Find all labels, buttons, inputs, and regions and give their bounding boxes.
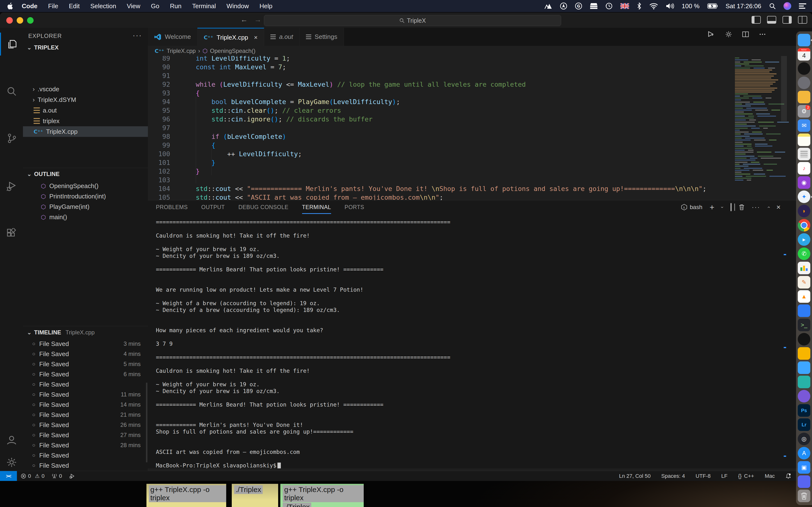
dock-forklift[interactable] [798,91,810,103]
siri-icon[interactable] [783,2,791,10]
dock-safari[interactable]: ✦ [798,190,810,203]
apple-menu-icon[interactable] [7,2,13,10]
dock-purple-app[interactable] [798,390,810,402]
activity-run-debug[interactable] [0,175,23,198]
tab-triplex-cpp[interactable]: C⁺⁺TripleX.cpp× [197,28,264,47]
nordvpn-mountain-icon[interactable] [544,3,552,9]
dock-notes[interactable] [798,133,810,146]
dock-music[interactable]: ♪ [798,162,810,175]
window-title-bar[interactable]: ← → TripleX [0,12,812,28]
activity-search[interactable] [0,80,23,103]
panel-tab-ports[interactable]: PORTS [345,204,364,211]
tab-settings[interactable]: Settings [300,28,344,46]
zoom-window-button[interactable] [27,17,34,24]
menu-item-selection[interactable]: Selection [90,2,116,10]
timeline-scrollbar[interactable] [146,383,147,462]
split-editor-icon[interactable] [742,31,749,38]
breadcrumb-symbol[interactable]: OpeningSpeach() [210,48,255,54]
panel-tab-problems[interactable]: PROBLEMS [156,204,188,211]
dock-whatsapp[interactable]: ✆ [798,247,810,260]
menu-item-view[interactable]: View [127,2,140,10]
problems-indicator[interactable]: 0 ⚠ 0 [21,473,45,479]
toggle-secondary-sidebar-icon[interactable] [782,16,792,24]
menu-item-file[interactable]: File [48,2,58,10]
terminal-prompt[interactable]: ○MacBook-Pro:TripleX slavapolianskiy$ [156,462,281,468]
timeline-entry[interactable]: ○File Saved5 mins [23,359,148,369]
panel-tab-output[interactable]: OUTPUT [201,204,225,211]
menu-item-run[interactable]: Run [170,2,182,10]
dock-iterm[interactable]: >_ [798,319,810,331]
remote-indicator[interactable]: >< [0,471,17,481]
menu-item-edit[interactable]: Edit [69,2,80,10]
dock-textedit[interactable] [798,148,810,160]
outline-item[interactable]: ⬡OpeningSpeach() [23,181,148,191]
activity-explorer[interactable] [0,33,24,56]
close-tab-icon[interactable]: × [254,34,258,41]
timeline-entry[interactable]: ○File Saved [23,379,148,389]
maximize-panel-chevron-icon[interactable]: › [766,207,771,208]
menu-item-help[interactable]: Help [260,2,272,10]
dock-vlc[interactable]: ▲ [798,290,810,303]
timeline-entry[interactable]: ○File Saved6 mins [23,369,148,379]
menu-item-terminal[interactable]: Terminal [192,2,216,10]
file-row-a.out[interactable]: a.out [23,105,148,116]
timeline-entry[interactable]: ○File Saved [23,450,148,460]
sticky-note-2[interactable]: ./Triplex [232,484,278,507]
dock-firefox[interactable]: ◗ [798,205,810,217]
file-row-.vscode[interactable]: ›.vscode [23,84,148,95]
file-row-TripleX.dSYM[interactable]: ›TripleX.dSYM [23,95,148,105]
dock-lightroom[interactable]: Lr [798,418,810,431]
run-cpp-icon[interactable] [707,31,715,38]
dock-obs[interactable]: ◎ [798,433,810,445]
menu-item-window[interactable]: Window [226,2,249,10]
status-utf-8[interactable]: UTF-8 [696,473,711,479]
uk-flag-icon[interactable] [620,3,629,9]
activity-manage-gear[interactable] [0,451,23,474]
control-center-icon[interactable] [799,3,806,9]
navigate-back-arrow[interactable]: ← [241,15,248,24]
sticky-note-1[interactable]: g++ TripleX.cpp -o triplex [146,484,226,507]
project-section-header[interactable]: ⌄ TRIPLEX [23,42,148,53]
code-editor[interactable]: 89 int LevelDifficulty = 1;90 const int … [148,56,733,215]
dock-calendar[interactable]: NOV4 [798,48,810,61]
dock-photoshop[interactable]: Ps [798,404,810,417]
dock-telegram[interactable]: ▸ [798,233,810,246]
bluetooth-icon[interactable] [637,2,642,10]
minimap[interactable] [733,56,781,184]
dock-discord[interactable] [798,475,810,488]
dock-chrome[interactable] [798,219,810,231]
timeline-entry[interactable]: ○File Saved26 mins [23,420,148,430]
shell-selector[interactable]: $ bash [681,204,702,211]
terminal-output[interactable]: ========================================… [156,219,789,468]
dock-zoom[interactable]: ▣ [798,461,810,474]
more-actions-icon[interactable] [759,31,766,38]
panel-tab-terminal[interactable]: TERMINAL [302,204,331,211]
dock-appstore[interactable]: A [798,447,810,459]
activity-account[interactable] [0,429,23,451]
menu-item-go[interactable]: Go [151,2,159,10]
breadcrumb[interactable]: C⁺⁺ TripleX.cpp › ⬡ OpeningSpeach() [148,46,812,56]
menu-item-code[interactable]: Code [22,2,38,10]
breadcrumb-file[interactable]: TripleX.cpp [166,48,196,54]
timeline-entry[interactable]: ○File Saved11 mins [23,389,148,400]
dock-system-preferences[interactable]: ⚙2 [798,105,810,118]
activity-source-control[interactable] [0,127,23,150]
activity-extensions[interactable] [0,222,23,245]
status-c-[interactable]: {}C++ [738,473,754,479]
dock-pages[interactable]: ✎ [798,276,810,288]
tab-welcome[interactable]: Welcome [148,28,197,46]
menu-bar-clock[interactable]: Sat 17:26:06 [726,2,761,10]
more-actions-icon[interactable]: ··· [752,204,760,211]
timeline-entry[interactable]: ○File Saved [23,460,148,470]
timeline-entry[interactable]: ○File Saved14 mins [23,400,148,410]
status-spaces-4[interactable]: Spaces: 4 [661,473,685,479]
dock-trash[interactable] [798,490,810,502]
customize-layout-icon[interactable] [798,16,807,24]
timeline-entry[interactable]: ○File Saved4 mins [23,349,148,359]
time-machine-clock-icon[interactable] [605,2,613,10]
close-panel-x-icon[interactable]: × [776,203,780,211]
dock-launchpad[interactable] [798,76,810,89]
dock-drive[interactable] [798,361,810,374]
toggle-panel-icon[interactable] [767,16,776,24]
status-mac[interactable]: Mac [765,473,775,479]
